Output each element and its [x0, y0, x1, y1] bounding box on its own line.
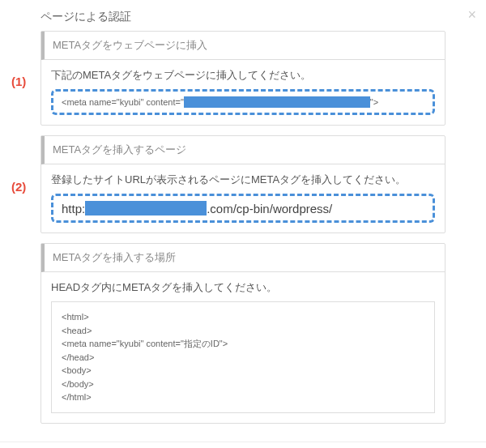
annotation-2: (2) — [11, 180, 26, 194]
section-header: METAタグを挿入するページ — [41, 136, 445, 164]
meta-tag-value: <meta name="kyubi" content=" "> — [62, 96, 424, 108]
meta-suffix: "> — [370, 97, 378, 107]
code-example: <html> <head> <meta name="kyubi" content… — [51, 301, 435, 413]
meta-tag-box: <meta name="kyubi" content=" "> — [51, 89, 435, 115]
section-insert-meta: METAタグをウェブページに挿入 下記のMETAタグをウェブページに挿入してくだ… — [40, 31, 446, 126]
redacted-content — [184, 96, 370, 108]
redacted-domain — [85, 201, 207, 215]
section-header: METAタグを挿入する場所 — [41, 244, 445, 272]
section-body: 登録したサイトURLが表示されるページにMETAタグを挿入してください。 htt… — [41, 164, 445, 233]
section-desc: 登録したサイトURLが表示されるページにMETAタグを挿入してください。 — [51, 173, 435, 187]
modal-body: (1) (2) METAタグをウェブページに挿入 下記のMETAタグをウェブペー… — [0, 31, 486, 442]
meta-prefix: <meta name="kyubi" content=" — [62, 97, 184, 107]
url-box: http: .com/cp-bin/wordpress/ — [51, 194, 435, 223]
modal-header: ページによる認証 × — [0, 0, 486, 31]
section-body: HEADタグ内にMETAタグを挿入してください。 <html> <head> <… — [41, 272, 445, 423]
section-body: 下記のMETAタグをウェブページに挿入してください。 <meta name="k… — [41, 60, 445, 125]
auth-modal: ページによる認証 × (1) (2) METAタグをウェブページに挿入 下記のM… — [0, 0, 486, 448]
section-desc: 下記のMETAタグをウェブページに挿入してください。 — [51, 68, 435, 83]
modal-title: ページによる認証 — [40, 10, 131, 23]
section-insert-location: METAタグを挿入する場所 HEADタグ内にMETAタグを挿入してください。 <… — [40, 243, 446, 424]
section-header: METAタグをウェブページに挿入 — [41, 32, 445, 60]
url-prefix: http: — [62, 202, 85, 215]
url-value: http: .com/cp-bin/wordpress/ — [62, 201, 424, 215]
url-suffix: .com/cp-bin/wordpress/ — [207, 202, 332, 215]
section-desc: HEADタグ内にMETAタグを挿入してください。 — [51, 280, 435, 295]
annotation-1: (1) — [11, 75, 26, 88]
section-insert-page: METAタグを挿入するページ 登録したサイトURLが表示されるページにMETAタ… — [40, 135, 446, 233]
modal-footer: Close — [0, 442, 486, 449]
close-icon[interactable]: × — [467, 6, 476, 23]
